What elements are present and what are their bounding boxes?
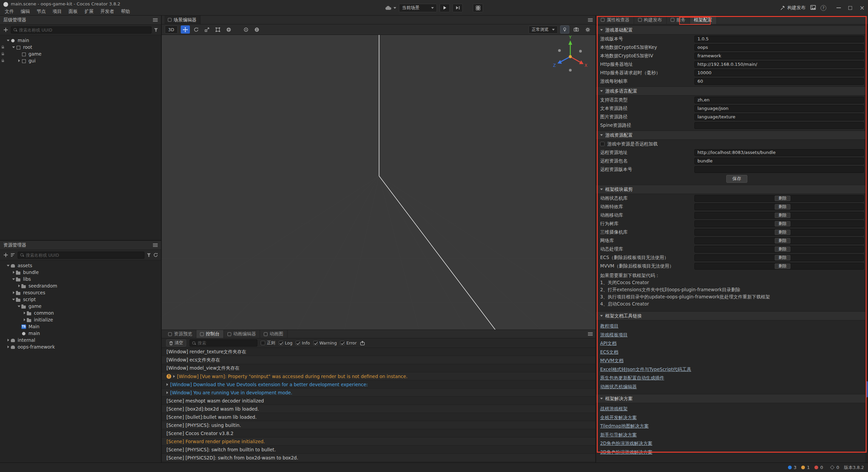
section-header[interactable]: 游戏基础配置 — [596, 25, 868, 35]
view-mode-dropdown[interactable]: 正常浏览 — [529, 26, 558, 34]
section-header[interactable]: 游戏资源配置 — [596, 131, 868, 140]
asset-node-row[interactable]: Main — [0, 323, 161, 330]
property-input[interactable] — [694, 114, 864, 120]
inspector-tab[interactable]: 属性检查器 — [597, 16, 634, 24]
expand-arrow-icon[interactable] — [22, 311, 27, 315]
log-filter-checkbox[interactable]: Log — [279, 340, 292, 346]
asset-node-row[interactable]: resources — [0, 289, 161, 296]
property-input[interactable] — [694, 53, 864, 59]
scene-select-dropdown[interactable]: 当前场景 — [399, 4, 437, 12]
property-input[interactable] — [694, 70, 864, 76]
panel-menu-icon[interactable] — [588, 18, 593, 22]
expand-arrow-icon[interactable] — [6, 345, 11, 349]
hierarchy-node-row[interactable]: game — [0, 51, 161, 57]
asset-node-row[interactable]: internal — [0, 337, 161, 343]
inspector-scrollbar[interactable] — [865, 24, 868, 463]
property-input[interactable] — [694, 166, 864, 173]
hierarchy-search[interactable] — [11, 26, 152, 34]
expand-arrow-icon[interactable] — [6, 38, 11, 42]
maximize-button[interactable] — [848, 6, 852, 10]
section-header[interactable]: 框架解决方案 — [596, 394, 868, 403]
solution-link[interactable]: 全栈开发解决方案 — [600, 413, 864, 422]
log-filter-checkbox[interactable]: Error — [340, 340, 356, 346]
expand-arrow-icon[interactable] — [22, 318, 27, 322]
minimize-button[interactable] — [836, 7, 841, 8]
doc-link[interactable]: 教程项目 — [600, 322, 864, 331]
console-log-row[interactable]: [Scene] Cocos Creator v3.8.2 — [162, 429, 595, 437]
property-input[interactable] — [694, 122, 864, 129]
console-log-row[interactable]: [Scene] [PHYSICS]: switch from builtin t… — [162, 446, 595, 454]
assets-search[interactable] — [18, 252, 144, 259]
asset-node-row[interactable]: libs — [0, 276, 161, 282]
console-log-row[interactable]: [Window] ecs文件夹存在 — [162, 356, 595, 364]
scale-tool-button[interactable] — [202, 25, 212, 34]
create-node-button[interactable] — [3, 27, 8, 33]
property-input[interactable] — [694, 78, 864, 85]
delete-module-button[interactable]: 删除 — [775, 247, 790, 252]
close-button[interactable] — [860, 5, 865, 11]
expand-arrow-icon[interactable] — [173, 375, 175, 378]
delete-module-button[interactable]: 删除 — [775, 263, 790, 269]
rect-tool-button[interactable] — [213, 25, 222, 34]
export-log-icon[interactable] — [360, 341, 365, 346]
console-log-row[interactable]: [Window] You are running Vue in developm… — [162, 389, 595, 397]
asset-node-row[interactable]: oops-framework — [0, 343, 161, 350]
hierarchy-node-row[interactable]: root — [0, 44, 161, 51]
asset-node-row[interactable]: seedrandom — [0, 282, 161, 289]
expand-arrow-icon[interactable] — [17, 59, 21, 63]
doc-link[interactable]: 游戏模板项目 — [600, 331, 864, 339]
play-button[interactable] — [440, 4, 450, 12]
inspector-tab[interactable]: 框架配置 — [690, 16, 717, 24]
console-log-row[interactable]: [Scene] [PHYSICS]: using builtin. — [162, 421, 595, 429]
solution-link[interactable]: 3D角色扮演游戏解决方案 — [600, 448, 864, 457]
help-button[interactable] — [821, 5, 826, 11]
expand-arrow-icon[interactable] — [6, 263, 11, 268]
build-publish-button[interactable]: 构建发布 — [780, 5, 806, 11]
delete-module-button[interactable]: 删除 — [775, 230, 790, 235]
log-filter-checkbox[interactable]: Info — [296, 340, 310, 346]
menu-item[interactable]: 文件 — [1, 8, 17, 15]
expand-arrow-icon[interactable] — [166, 391, 168, 394]
asset-node-row[interactable]: script — [0, 296, 161, 303]
asset-node-row[interactable]: main — [0, 330, 161, 337]
console-log-row[interactable]: [Window] Download the Vue Devtools exten… — [162, 380, 595, 389]
doc-link[interactable]: 原生包热更新配置自动生成插件 — [600, 374, 864, 382]
section-header[interactable]: 框架模块裁剪 — [596, 185, 868, 194]
expand-arrow-icon[interactable] — [12, 291, 16, 295]
expand-arrow-icon[interactable] — [17, 304, 21, 308]
doc-link[interactable]: API文档 — [600, 339, 864, 348]
expand-arrow-icon[interactable] — [17, 331, 21, 335]
bottom-panel-tab[interactable]: 资源预览 — [164, 330, 196, 338]
delete-module-button[interactable]: 删除 — [775, 213, 790, 218]
property-input[interactable] — [694, 97, 864, 103]
doc-link[interactable]: 动画状态机编辑器 — [600, 382, 864, 391]
solution-link[interactable]: Tiledmap地图解决方案 — [600, 422, 864, 431]
delete-module-button[interactable]: 删除 — [775, 238, 790, 243]
console-log-row[interactable]: [Window] model_view文件夹存在 — [162, 364, 595, 372]
step-button[interactable] — [453, 4, 463, 12]
scene-light-toggle[interactable] — [560, 25, 569, 34]
asset-node-row[interactable]: assets — [0, 262, 161, 269]
filter-icon[interactable] — [154, 28, 158, 32]
clear-console-button[interactable]: 清空 — [166, 339, 186, 347]
remote-load-row[interactable]: 游戏中资源是否远程加载 — [596, 140, 868, 148]
property-input[interactable] — [694, 105, 864, 112]
console-log-row[interactable]: [Scene] [bullet]:bullet wasm lib loaded. — [162, 413, 595, 421]
create-asset-button[interactable] — [3, 252, 8, 258]
console-log-row[interactable]: [Scene] Forward render pipeline initiali… — [162, 437, 595, 446]
delete-module-button[interactable]: 删除 — [775, 221, 790, 227]
menu-item[interactable]: 项目 — [49, 8, 65, 15]
delete-module-button[interactable]: 删除 — [775, 196, 790, 201]
panel-menu-icon[interactable] — [153, 18, 158, 22]
doc-link[interactable]: Excel格式转Json文件与TypeScript代码工具 — [600, 365, 864, 374]
menu-item[interactable]: 面板 — [65, 8, 81, 15]
filter-icon[interactable] — [147, 253, 151, 257]
sort-assets-icon[interactable] — [11, 253, 15, 257]
tab-scene-editor[interactable]: 场景编辑器 — [164, 16, 200, 24]
hierarchy-node-row[interactable]: main — [0, 37, 161, 44]
hierarchy-node-row[interactable]: gui — [0, 57, 161, 64]
pivot-toggle-button[interactable] — [241, 25, 251, 34]
log-filter-checkbox[interactable]: Warning — [313, 340, 337, 346]
lock-icon[interactable] — [2, 47, 4, 48]
delete-module-button[interactable]: 删除 — [775, 255, 790, 260]
